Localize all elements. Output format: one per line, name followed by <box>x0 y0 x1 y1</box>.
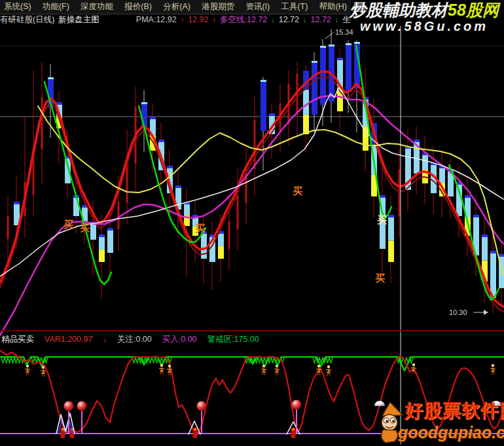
field-subheader-1: VAR1:200.97 <box>45 335 92 344</box>
candle-body <box>414 139 420 142</box>
title-bar: 有研硅股(日线) 新操盘主图 PMA:12.92↑12.92↑多空线:12.72… <box>0 14 351 26</box>
red-marker-dot <box>62 428 64 430</box>
field-title-fields-1: 12.92 <box>188 15 208 24</box>
candle-body <box>107 228 113 231</box>
candle-body <box>312 63 317 115</box>
menu-item-8[interactable]: 帮助(H) <box>319 1 347 12</box>
red-marker-dot <box>293 428 295 430</box>
candle-body <box>269 113 275 116</box>
candle-body <box>337 58 343 60</box>
field-subheader-2: 关注:0.00 <box>117 334 152 345</box>
flame-figure-icon <box>490 364 495 375</box>
candle-body <box>48 77 54 79</box>
field-subheader-0: 精品买卖 <box>1 334 34 345</box>
menu-item-2[interactable]: 深度功能 <box>81 1 113 12</box>
candle-body <box>354 42 360 44</box>
flame-figure-icon <box>326 365 331 376</box>
watermark-site-name: 好股票软件网 <box>405 398 504 423</box>
menu-item-6[interactable]: 资讯(I) <box>245 1 270 12</box>
red-ball-signal <box>292 400 302 410</box>
field-title-fields-4: 12.72 <box>311 15 331 24</box>
candle-body <box>388 215 394 217</box>
buy-signal-label: 买 <box>293 185 302 196</box>
flame-figure-icon <box>261 365 266 375</box>
watermark-top-brand: 58股网 <box>448 1 499 19</box>
candle-body <box>346 43 351 45</box>
indicator-values: PMA:12.92↑12.92↑多空线:12.72↓12.72↓12.72↓生 <box>136 14 351 26</box>
candle-body <box>261 82 266 131</box>
trend-arrow: ↓ <box>335 16 339 24</box>
menu-item-0[interactable]: 系统(S) <box>4 1 31 12</box>
menu-bar: 系统(S)功能(F)深度功能报价(B)分析(A)港股期货资讯(I)工具(T)帮助… <box>0 0 351 14</box>
candle-body <box>228 221 230 249</box>
red-ball-signal <box>77 401 87 411</box>
candle-body <box>482 237 488 261</box>
buy-signal-label: 买 <box>80 222 90 233</box>
red-marker-dot <box>194 428 196 430</box>
flame-figure-icon <box>159 364 164 375</box>
field-title-fields-2: 多空线:12.72 <box>220 15 267 24</box>
watermark-top-url: www.58Gu.com <box>348 20 500 33</box>
candle-body <box>218 234 224 246</box>
candle-body <box>439 168 445 183</box>
candle-body <box>303 115 309 134</box>
candle-body <box>303 90 309 115</box>
menu-item-3[interactable]: 报价(B) <box>124 1 152 12</box>
menu-item-5[interactable]: 港股期货 <box>202 1 234 12</box>
candle-body <box>167 166 173 168</box>
candle-body <box>218 246 224 259</box>
trend-arrow: ↓ <box>271 16 275 24</box>
menu-item-7[interactable]: 工具(T) <box>281 1 308 12</box>
menu-item-1[interactable]: 功能(F) <box>43 1 69 12</box>
candle-body <box>388 241 394 262</box>
candle-body <box>499 254 504 257</box>
candle-body <box>380 195 386 198</box>
candle-body <box>254 120 256 169</box>
main-chart-canvas[interactable]: 买买买买买买15.3410.30 <box>0 0 504 446</box>
watermark-top: 炒股輔助教材58股网 www.58Gu.com <box>348 1 500 33</box>
candle-body <box>490 251 496 253</box>
watermark-site-url: goodgupiao.com <box>398 423 504 442</box>
candle-body <box>141 102 147 104</box>
candle-body <box>90 224 96 240</box>
field-subheader-4: 警戒区:175.00 <box>207 334 259 345</box>
trend-arrow: ↓ <box>303 16 307 24</box>
candle-body <box>473 215 479 217</box>
red-ball-signal <box>64 401 74 411</box>
candle-body <box>388 217 394 241</box>
trend-arrow: ↑ <box>212 16 216 24</box>
candle-body <box>184 204 190 215</box>
flame-figure-icon <box>25 365 30 375</box>
menu-item-4[interactable]: 分析(A) <box>163 1 190 12</box>
buy-signal-label: 买 <box>63 219 73 230</box>
low-price-arrowhead <box>484 310 488 315</box>
field-subheader-3: 买入:0.00 <box>162 334 197 345</box>
low-price-label: 10.30 <box>449 308 467 316</box>
candle-body <box>237 195 239 229</box>
buy-signal-label: 买 <box>375 272 385 284</box>
pma-fast-red <box>0 71 503 307</box>
candle-body <box>158 139 164 142</box>
candle-body <box>99 250 105 262</box>
candle-body <box>346 45 351 92</box>
watermark-top-text: 炒股輔助教材 <box>350 1 448 19</box>
field-title-fields-0: PMA:12.92 <box>136 15 177 24</box>
candle-body <box>99 237 105 250</box>
candle-body <box>118 202 120 229</box>
red-ball-signal <box>197 401 207 411</box>
candle-body <box>261 80 266 82</box>
candle-body <box>7 216 9 239</box>
trading-app-window: 买买买买买买15.3410.30 系统(S)功能(F)深度功能报价(B)分析(A… <box>0 0 504 446</box>
candle-body <box>422 155 428 170</box>
layout-name: 新操盘主图 <box>58 14 99 26</box>
flame-figure-icon <box>274 365 279 375</box>
stock-name: 有研硅股(日线) <box>0 14 54 26</box>
candle-body <box>312 61 317 63</box>
candle-body <box>107 231 113 253</box>
sub-indicator-header: 精品买卖VAR1:200.97↓关注:0.00买入:0.00警戒区:175.00 <box>0 330 504 347</box>
candle-body <box>99 234 105 237</box>
buy-signal-label: 买 <box>195 223 205 234</box>
candle-body <box>150 117 156 119</box>
candle-body <box>482 234 488 237</box>
field-title-fields-3: 12.72 <box>279 15 299 24</box>
